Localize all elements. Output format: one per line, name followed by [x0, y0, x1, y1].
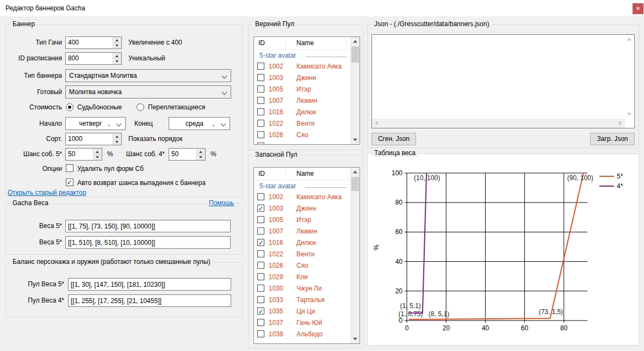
- item-checkbox[interactable]: ✓: [257, 205, 264, 212]
- weights4-input[interactable]: [65, 236, 231, 249]
- item-checkbox[interactable]: [257, 296, 264, 303]
- open-old-editor-link[interactable]: Открыть старый редактор: [8, 189, 86, 196]
- upper-pool-list[interactable]: ID Name 5-star avatar 1002Камисато Аяка1…: [253, 36, 360, 145]
- spin-down-icon[interactable]: [113, 43, 121, 48]
- pool-weights5-input[interactable]: [68, 278, 231, 291]
- pool-item-row[interactable]: ✓1016Дилюк: [254, 237, 360, 249]
- banner-type-select[interactable]: Стандартная Молитва: [65, 69, 231, 82]
- pool-item-row[interactable]: 1005Итэр: [254, 214, 360, 226]
- cost-radio-intertwined[interactable]: [137, 103, 144, 111]
- item-checkbox[interactable]: [257, 262, 264, 269]
- item-checkbox[interactable]: [257, 131, 264, 138]
- svg-text:(10, 100): (10, 100): [414, 174, 440, 182]
- pool-item-row[interactable]: 1038Альбедо: [254, 329, 360, 340]
- item-checkbox[interactable]: [257, 273, 264, 280]
- start-day-select[interactable]: четверг ,: [65, 117, 126, 130]
- spin-up-icon[interactable]: [113, 38, 121, 42]
- item-checkbox[interactable]: ✓: [257, 239, 264, 246]
- pool-item-row[interactable]: 1016Дилюк: [254, 107, 360, 118]
- pool-weights4-input[interactable]: [68, 294, 231, 307]
- scroll-left-icon[interactable]: [372, 119, 381, 127]
- column-header-id[interactable]: ID: [258, 39, 265, 47]
- scroll-down-icon[interactable]: [351, 335, 360, 343]
- close-icon[interactable]: ×: [633, 3, 643, 14]
- pool-item-row[interactable]: ✓1003Джинн: [254, 203, 360, 214]
- spin-up-icon[interactable]: [196, 149, 205, 154]
- auto-return-checkbox[interactable]: [66, 178, 73, 186]
- help-link[interactable]: Помощь: [207, 199, 236, 207]
- pool-item-row[interactable]: 1003Джинн: [254, 72, 360, 84]
- chance4-stepper[interactable]: 50: [169, 148, 206, 161]
- cost-radio-fate[interactable]: [66, 103, 73, 111]
- pool-item-row[interactable]: 1022Венти: [254, 249, 360, 260]
- weights5-input[interactable]: [65, 220, 231, 232]
- delete-pool-checkbox[interactable]: [66, 164, 73, 172]
- scroll-down-icon[interactable]: [625, 110, 634, 119]
- pool-item-row[interactable]: 1002Камисато Аяка: [254, 61, 360, 72]
- item-checkbox[interactable]: [257, 250, 264, 257]
- item-checkbox[interactable]: [257, 285, 264, 292]
- column-header-name[interactable]: Name: [296, 170, 314, 177]
- item-checkbox[interactable]: [257, 319, 264, 326]
- pool-weights5-label: Пул Веса 5*: [8, 278, 64, 291]
- spin-down-icon[interactable]: [113, 59, 121, 64]
- item-checkbox[interactable]: [257, 193, 264, 200]
- pool-item-row[interactable]: 1030Чжун Ли: [254, 283, 360, 294]
- item-checkbox[interactable]: [257, 227, 264, 235]
- item-name: Дилюк: [296, 108, 316, 116]
- chance5-stepper[interactable]: 50: [65, 148, 102, 161]
- pool-item-row[interactable]: 1022Венти: [254, 118, 360, 130]
- auto-return-label: Авто возврат шанса выпадения с баннера: [77, 177, 206, 188]
- generate-json-button[interactable]: Сген. Json: [371, 133, 416, 145]
- spin-up-icon[interactable]: [113, 53, 121, 58]
- reserve-pool-scrollbar[interactable]: [350, 168, 360, 343]
- prefab-select[interactable]: Молитва новичка: [65, 85, 231, 98]
- upper-pool-scrollbar[interactable]: [350, 37, 360, 144]
- item-checkbox[interactable]: [257, 74, 264, 81]
- scroll-up-icon[interactable]: [351, 168, 360, 176]
- scroll-up-icon[interactable]: [351, 37, 360, 46]
- item-checkbox[interactable]: [257, 63, 264, 70]
- clipped-row: [254, 141, 360, 145]
- item-checkbox[interactable]: [257, 85, 264, 93]
- item-checkbox[interactable]: [257, 97, 264, 104]
- end-day-select[interactable]: среда ,: [169, 117, 230, 130]
- item-checkbox[interactable]: [257, 216, 264, 223]
- scroll-thumb[interactable]: [351, 46, 359, 63]
- column-header-id[interactable]: ID: [258, 170, 265, 177]
- pool-item-row[interactable]: ✓1035Ци Ци: [254, 306, 360, 317]
- item-checkbox[interactable]: ✓: [257, 307, 264, 315]
- sort-stepper[interactable]: 1000: [65, 133, 122, 145]
- spin-up-icon[interactable]: [113, 134, 121, 139]
- pool-item-row[interactable]: 1029Кли: [254, 272, 360, 283]
- scroll-right-icon[interactable]: [616, 119, 625, 127]
- gacha-type-stepper[interactable]: 400: [65, 36, 122, 49]
- spin-down-icon[interactable]: [113, 139, 121, 144]
- spin-up-icon[interactable]: [93, 149, 101, 154]
- json-textarea[interactable]: [371, 34, 635, 128]
- pool-item-row[interactable]: 1033Тарталья: [254, 294, 360, 306]
- scroll-up-icon[interactable]: [625, 35, 634, 44]
- pool-item-row[interactable]: 1007Люмин: [254, 95, 360, 107]
- pool-item-row[interactable]: 1007Люмин: [254, 226, 360, 237]
- scroll-thumb[interactable]: [351, 177, 359, 191]
- json-vertical-scrollbar[interactable]: [625, 35, 634, 119]
- reserve-pool-list[interactable]: ID Name 5-star avatar 1002Камисато Аяка✓…: [253, 167, 360, 344]
- schedule-id-stepper[interactable]: 800: [65, 52, 122, 65]
- weight-chart-title: Таблица веса: [372, 149, 418, 157]
- pool-item-row[interactable]: 1037Гань Юй: [254, 317, 360, 329]
- pool-item-row[interactable]: 1026Сяо: [254, 260, 360, 272]
- pool-item-row[interactable]: 1005Итэр: [254, 84, 360, 95]
- list-body: 1002Камисато Аяка✓1003Джинн1005Итэр1007Л…: [254, 192, 360, 340]
- column-header-name[interactable]: Name: [296, 39, 314, 47]
- json-horizontal-scrollbar[interactable]: [372, 119, 625, 128]
- item-checkbox[interactable]: [257, 330, 264, 337]
- spin-down-icon[interactable]: [93, 155, 101, 159]
- item-checkbox[interactable]: [257, 120, 264, 127]
- load-json-button[interactable]: Загр. Json: [590, 133, 635, 145]
- item-checkbox[interactable]: [257, 108, 264, 115]
- scroll-down-icon[interactable]: [351, 136, 360, 144]
- pool-item-row[interactable]: 1002Камисато Аяка: [254, 192, 360, 203]
- pool-item-row[interactable]: 1026Сяо: [254, 130, 360, 141]
- spin-down-icon[interactable]: [196, 155, 205, 159]
